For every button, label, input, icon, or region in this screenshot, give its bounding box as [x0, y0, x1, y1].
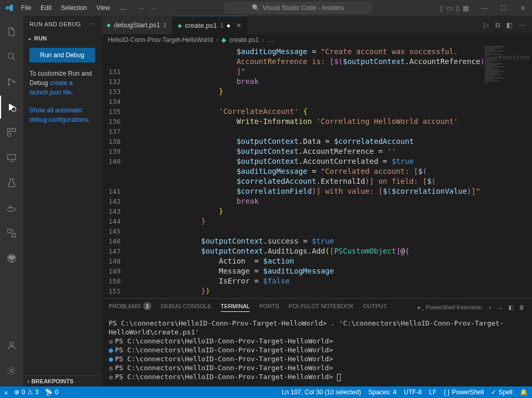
spell-check[interactable]: ✓ Spell — [491, 389, 513, 396]
docker-icon[interactable] — [0, 196, 23, 219]
menu-item-view[interactable]: View — [92, 2, 114, 14]
breakpoints-section[interactable]: › BREAKPOINTS — [23, 375, 101, 386]
run-split-icon[interactable]: ⧉ — [495, 21, 500, 29]
breadcrumb-more[interactable]: … — [267, 36, 273, 44]
notifications-icon[interactable]: 🔔 — [520, 389, 528, 396]
terminal-output[interactable]: PS C:\connectors\HelloID-Conn-Prov-Targe… — [101, 316, 532, 386]
status-bar: ⨉ ⊗0 ⚠3 📡0 Ln 107, Col 30 (10 selected) … — [0, 386, 532, 398]
section-label: RUN — [34, 35, 47, 41]
minimize-icon[interactable]: — — [477, 4, 492, 12]
warning-count: 3 — [35, 389, 39, 396]
menu-item-edit[interactable]: Edit — [36, 2, 56, 14]
run-section-header[interactable]: ⌄ RUN — [23, 33, 101, 44]
cursor-position[interactable]: Ln 107, Col 30 (10 selected) — [282, 389, 361, 396]
tab-label: create.ps1 — [185, 22, 217, 29]
text: . — [71, 89, 73, 96]
run-debug-icon[interactable] — [0, 96, 23, 119]
panel-actions: ▸_ PowerShell Extension ＋ ⌄ ◧ 🗑 — [418, 303, 525, 311]
chevron-right-icon: › — [27, 378, 29, 384]
more-icon[interactable]: ⋯ — [89, 21, 95, 28]
modified-dot-icon: ● — [227, 22, 231, 29]
editor-group: ◆ debugStart.ps1 2 ◆ create.ps1 1 ● ✕ ▷ — [101, 16, 532, 386]
menu-item-…[interactable]: … — [115, 2, 130, 14]
code-editor[interactable]: 131132133134135136137138139140 141142143… — [101, 46, 532, 298]
show-configs-link[interactable]: Show all automatic debug configurations — [29, 107, 88, 123]
breadcrumb-folder[interactable]: HelloID-Conn-Prov-Target-HelloWorld — [108, 36, 213, 44]
run-and-debug-button[interactable]: Run and Debug — [29, 48, 95, 62]
terminal-line: PS C:\connectors\HelloID-Conn-Prov-Targe… — [109, 319, 525, 337]
split-editor-icon[interactable]: ◧ — [506, 21, 513, 29]
terminal-line: PS C:\connectors\HelloID-Conn-Prov-Targe… — [109, 345, 525, 354]
panel-tab-problems[interactable]: PROBLEMS3 — [109, 302, 151, 312]
extensions-icon[interactable] — [0, 121, 23, 144]
window-controls: — ☐ ✕ — [477, 4, 530, 12]
chevron-down-icon[interactable]: ⌄ — [498, 304, 503, 311]
breadcrumb-file[interactable]: create.ps1 — [229, 36, 259, 44]
indentation[interactable]: Spaces: 4 — [369, 389, 396, 396]
svg-rect-6 — [13, 129, 16, 132]
accounts-icon[interactable] — [0, 334, 23, 357]
close-tab-icon[interactable]: ✕ — [236, 22, 242, 29]
scm-icon[interactable] — [0, 70, 23, 93]
editor-tab[interactable]: ◆ debugStart.ps1 2 — [101, 16, 172, 34]
profile-label: PowerShell Extension — [426, 304, 482, 310]
code-content[interactable]: $auditLogMessage = "Create account was s… — [130, 46, 485, 298]
error-icon: ⊗ — [14, 389, 19, 396]
activity-bar — [0, 16, 23, 386]
forward-icon[interactable]: → — [149, 4, 156, 12]
command-center: 🔍 Visual Studio Code - Insiders — [156, 2, 439, 14]
search-input[interactable]: 🔍 Visual Studio Code - Insiders — [224, 2, 372, 14]
chevron-right-icon: › — [216, 36, 218, 44]
panel-tab-debug-console[interactable]: DEBUG CONSOLE — [161, 303, 211, 311]
settings-gear-icon[interactable] — [0, 359, 23, 382]
eol[interactable]: LF — [429, 389, 436, 396]
explorer-icon[interactable] — [0, 20, 23, 43]
panel-tab-output[interactable]: OUTPUT — [363, 303, 387, 311]
github-actions-icon[interactable] — [0, 222, 23, 245]
layout-grid-icon[interactable]: ▦ — [463, 4, 469, 12]
menu-item-selection[interactable]: Selection — [57, 2, 91, 14]
menu-item-file[interactable]: File — [17, 2, 35, 14]
powershell-icon: ◆ — [221, 36, 226, 44]
panel-tab-polyglot-notebook[interactable]: POLYGLOT NOTEBOOK — [289, 303, 354, 311]
minimap[interactable]: functions ██████████████████████████████… — [485, 46, 532, 298]
sidebar-title: RUN AND DEBUG — [29, 21, 81, 27]
svg-point-4 — [12, 107, 16, 111]
svg-rect-11 — [12, 207, 13, 208]
text: . — [88, 116, 89, 123]
remote-explorer-icon[interactable] — [0, 146, 23, 169]
run-file-icon[interactable]: ▷ — [484, 21, 489, 29]
encoding[interactable]: UTF-8 — [404, 389, 422, 396]
split-terminal-icon[interactable]: ◧ — [508, 304, 514, 311]
customize-text: To customize Run and Debug create a laun… — [29, 69, 95, 97]
trash-icon[interactable]: 🗑 — [519, 304, 525, 310]
remote-indicator[interactable]: ⨉ — [4, 389, 8, 396]
close-icon[interactable]: ✕ — [515, 4, 530, 12]
panel-tab-terminal[interactable]: TERMINAL — [221, 303, 250, 312]
panel-tab-ports[interactable]: PORTS — [259, 303, 279, 311]
nav-arrows: ← → — [138, 4, 156, 12]
layout-controls: ▯ ▭ ▯ ▦ — [439, 4, 469, 12]
github-icon[interactable] — [0, 247, 23, 270]
terminal-profile[interactable]: ▸_ PowerShell Extension — [418, 304, 482, 311]
svg-point-2 — [8, 83, 9, 85]
ports-status[interactable]: 📡0 — [45, 389, 58, 396]
panel-right-icon[interactable]: ▯ — [456, 4, 459, 12]
svg-rect-7 — [8, 133, 11, 137]
testing-icon[interactable] — [0, 171, 23, 194]
breadcrumb[interactable]: HelloID-Conn-Prov-Target-HelloWorld › ◆ … — [101, 34, 532, 46]
antenna-icon: 📡 — [45, 389, 53, 396]
error-count: 0 — [22, 389, 25, 396]
panel-bottom-icon[interactable]: ▭ — [446, 4, 453, 12]
more-actions-icon[interactable]: ⋯ — [519, 21, 526, 29]
editor-tab[interactable]: ◆ create.ps1 1 ● ✕ — [172, 16, 248, 34]
panel-left-icon[interactable]: ▯ — [439, 4, 443, 12]
sidebar-header: RUN AND DEBUG ⋯ — [23, 16, 101, 33]
problems-status[interactable]: ⊗0 ⚠3 — [14, 389, 38, 396]
maximize-icon[interactable]: ☐ — [496, 4, 511, 12]
new-terminal-icon[interactable]: ＋ — [487, 303, 493, 311]
back-icon[interactable]: ← — [138, 4, 145, 12]
language-mode[interactable]: { } PowerShell — [444, 389, 484, 396]
search-icon[interactable] — [0, 45, 23, 68]
problems-badge: 3 — [143, 302, 151, 310]
